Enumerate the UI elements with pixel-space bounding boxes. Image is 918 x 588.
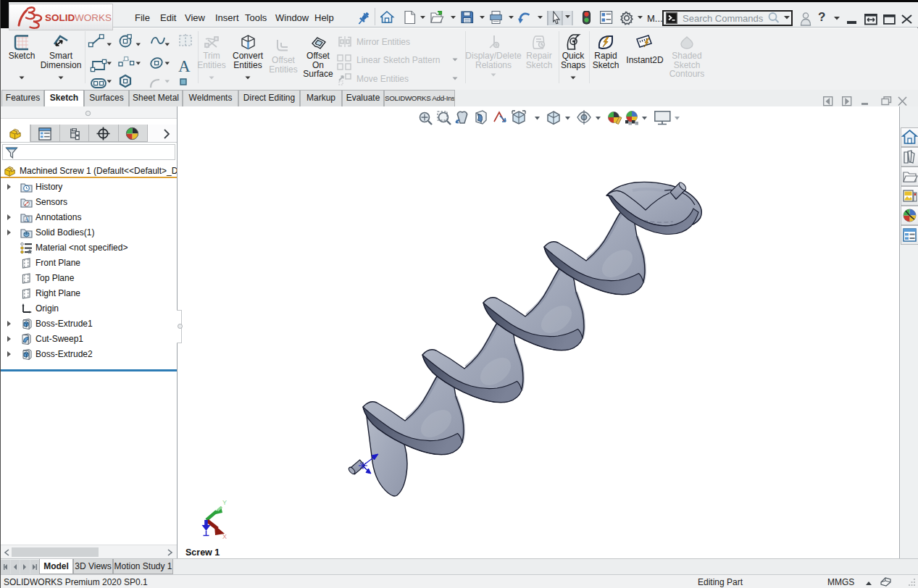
svg-text:A: A <box>25 217 29 223</box>
svg-text:SOLID: SOLID <box>45 12 75 23</box>
svg-text:Y: Y <box>222 499 227 506</box>
svg-text:X: X <box>222 533 227 540</box>
svg-text:A: A <box>178 57 191 75</box>
svg-text:Screw 1: Screw 1 <box>185 547 220 558</box>
svg-text:WORKS: WORKS <box>75 12 112 23</box>
